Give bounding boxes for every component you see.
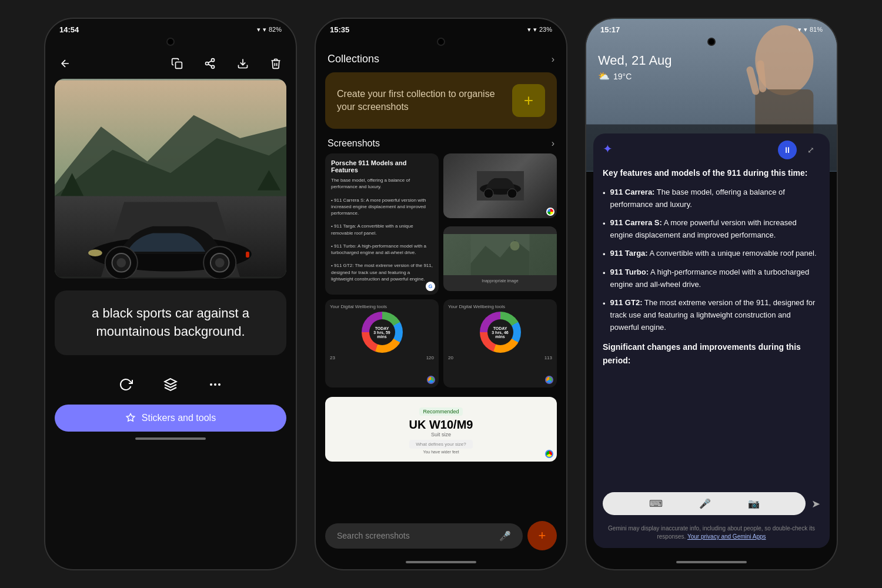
camera-icon-btn[interactable]: 📷: [748, 498, 760, 509]
gemini-item-1-text: 911 Carrera S: A more powerful version w…: [610, 217, 820, 242]
search-placeholder: Search screenshots: [337, 531, 410, 540]
svg-point-19: [88, 249, 102, 256]
gemini-item-0: • 911 Carrera: The base model, offering …: [603, 186, 820, 211]
size-main: UK W10/M9: [409, 418, 473, 432]
svg-rect-20: [246, 252, 249, 258]
wb1-num1: 23: [330, 355, 335, 360]
wb1-hours: 3 hrs, 59 mins: [369, 330, 395, 339]
svg-point-23: [214, 383, 216, 386]
wellbeing-2[interactable]: Your Digital Wellbeing tools TODAY 3 hrs…: [443, 299, 557, 387]
svg-point-22: [210, 383, 212, 386]
inappropriate-text: Inappropriate image: [479, 278, 520, 284]
collections-chevron[interactable]: ›: [552, 54, 554, 65]
bullet-4: •: [603, 298, 606, 310]
car-small-screenshot[interactable]: [443, 153, 557, 218]
porsche-screenshot[interactable]: Porsche 911 Models and Features The base…: [325, 153, 439, 295]
svg-point-3: [212, 65, 215, 68]
wifi-icon-3: ▾: [798, 26, 801, 34]
share-button[interactable]: [199, 53, 220, 74]
download-button[interactable]: [232, 53, 253, 74]
layers-icon-btn[interactable]: [160, 374, 181, 395]
phone-1: 14:54 ▾ ▾ 82%: [44, 18, 297, 570]
copy-button[interactable]: [166, 53, 188, 74]
search-bar[interactable]: Search screenshots 🎤: [325, 523, 523, 549]
screenshots-grid: Porsche 911 Models and Features The base…: [325, 153, 557, 295]
size-card[interactable]: Recommended UK W10/M9 Suit size What def…: [325, 397, 557, 462]
size-desc: You have wider feet: [409, 450, 473, 454]
gemini-input-pill[interactable]: ⌨ 🎤 📷: [603, 492, 806, 515]
battery-2: 23%: [539, 26, 552, 33]
screenshots-title: Screenshots: [328, 138, 380, 149]
signal-icon-2: ▾: [533, 26, 537, 34]
description-box: a black sports car against a mountainous…: [55, 290, 286, 355]
gemini-privacy-link[interactable]: Your privacy and Gemini Apps: [687, 533, 766, 540]
pause-button[interactable]: ⏸: [778, 141, 797, 159]
date-text: Wed, 21 Aug: [598, 53, 825, 68]
svg-point-15: [116, 258, 126, 268]
status-bar-2: 15:35 ▾ ▾ 23%: [316, 19, 566, 38]
gemini-item-4: • 911 GT2: The most extreme version of t…: [603, 297, 820, 333]
svg-point-28: [507, 189, 517, 198]
bullet-1: •: [603, 218, 606, 230]
expand-button[interactable]: ⤢: [801, 141, 820, 159]
svg-point-2: [206, 62, 209, 65]
phone-2: 15:35 ▾ ▾ 23% Collections › Create your …: [315, 18, 567, 570]
bullet-0: •: [603, 188, 606, 200]
porsche-text: The base model, offering a balance of pe…: [331, 177, 433, 282]
delete-button[interactable]: [265, 53, 286, 74]
signal-icon: ▾: [263, 26, 266, 34]
wb1-time: TODAY: [375, 326, 389, 330]
action-icons: [45, 365, 296, 405]
svg-point-1: [212, 59, 215, 62]
gemini-content: Key features and models of the 911 durin…: [593, 166, 830, 485]
battery-1: 82%: [269, 26, 282, 33]
inappropriate-screenshot[interactable]: Inappropriate image: [443, 226, 557, 291]
wb2-num1: 20: [448, 355, 453, 360]
collections-header: Collections ›: [316, 48, 566, 68]
send-button[interactable]: ➤: [811, 497, 820, 510]
porsche-title: Porsche 911 Models and Features: [331, 159, 433, 173]
mic-icon[interactable]: 🎤: [499, 530, 511, 542]
google-badge: G: [426, 282, 435, 291]
home-indicator-3: [586, 555, 837, 569]
status-bar-1: 14:54 ▾ ▾ 82%: [45, 19, 296, 38]
svg-point-27: [484, 189, 493, 198]
gemini-item-0-text: 911 Carrera: The base model, offering a …: [610, 186, 820, 211]
signal-icon-3: ▾: [804, 26, 807, 34]
collections-title: Collections: [328, 53, 379, 65]
svg-point-31: [510, 241, 520, 250]
wellbeing-grid: Your Digital Wellbeing tools TODAY 3 hrs…: [325, 299, 557, 387]
collection-card[interactable]: Create your first collection to organise…: [325, 72, 557, 129]
gemini-item-3: • 911 Turbo: A high-performance model wi…: [603, 266, 820, 291]
screenshots-chevron[interactable]: ›: [552, 138, 554, 149]
refresh-icon-btn[interactable]: [115, 374, 136, 395]
section-2-heading: Significant changes and improvements dur…: [603, 340, 820, 367]
gemini-header: ✦ ⏸ ⤢: [593, 133, 830, 166]
keyboard-icon-btn[interactable]: ⌨: [649, 498, 663, 509]
wb2-title: Your Digital Wellbeing tools: [448, 304, 552, 309]
fab-add-btn[interactable]: +: [527, 521, 557, 550]
gemini-actions: ⏸ ⤢: [778, 141, 820, 159]
size-question: What defines your size?: [409, 440, 473, 449]
mic-icon-btn[interactable]: 🎤: [699, 498, 711, 509]
screenshots-header: Screenshots ›: [316, 133, 566, 153]
back-button[interactable]: [55, 53, 76, 74]
bullet-3: •: [603, 268, 606, 280]
size-badge: Recommended: [419, 407, 462, 416]
more-options-btn[interactable]: [205, 374, 226, 395]
date-widget: Wed, 21 Aug ⛅ 19°C: [586, 48, 837, 86]
wellbeing-1[interactable]: Your Digital Wellbeing tools TODAY 3 hrs…: [325, 299, 439, 387]
toolbar-1: [45, 48, 296, 79]
gemini-input-row: ⌨ 🎤 📷 ➤: [593, 485, 830, 522]
status-icons-1: ▾ ▾ 82%: [257, 26, 282, 34]
gemini-item-3-text: 911 Turbo: A high-performance model with…: [610, 266, 820, 291]
gemini-star-icon: ✦: [603, 142, 619, 158]
home-indicator-1: [45, 432, 296, 446]
phone-3: 15:17 ▾ ▾ 81% Wed, 21 Aug ⛅ 19°C ✦ ⏸ ⤢ K…: [585, 18, 838, 570]
status-icons-2: ▾ ▾ 23%: [527, 26, 552, 34]
time-3: 15:17: [600, 25, 620, 34]
home-indicator-2: [316, 555, 566, 569]
stickers-button[interactable]: Stickers and tools: [55, 405, 286, 432]
add-collection-btn[interactable]: +: [512, 84, 545, 117]
gemini-heading: Key features and models of the 911 durin…: [603, 166, 820, 179]
